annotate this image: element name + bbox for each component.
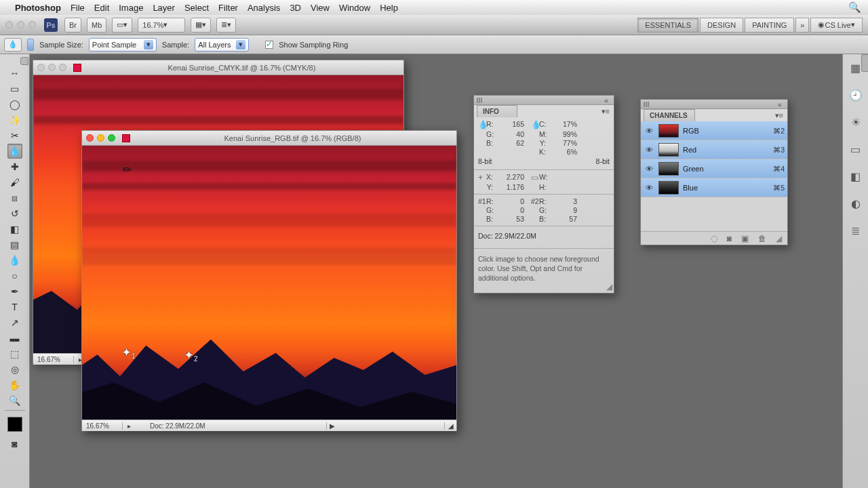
visibility-eye-icon[interactable]: 👁 [644,165,654,173]
menu-layer[interactable]: Layer [153,3,175,13]
info-tab[interactable]: INFO [477,105,517,117]
quickmask-icon[interactable]: ◙ [7,436,22,451]
channel-delete-icon[interactable]: 🗑 [758,234,766,243]
document-window-rgb[interactable]: Kenai Sunrise_RGB.tif @ 16.7% (RGB/8) ✎ … [81,130,457,431]
layers-dock-icon[interactable]: ≣ [849,224,863,237]
eyedropper-tool-icon[interactable]: 💧 [7,144,22,159]
zoom-window-icon[interactable] [108,134,115,142]
shape-tool-icon[interactable]: ▬ [7,331,22,346]
adjustments-dock-icon[interactable]: ◐ [849,197,863,210]
marquee-tool-icon[interactable]: ▭ [7,81,22,96]
statusbar-play-icon[interactable]: ▶ [326,422,338,430]
tool-preset-dropdown[interactable] [27,39,34,51]
arrange-button[interactable]: ▦▾ [191,18,211,33]
history-dock-icon[interactable]: 🕘 [849,88,863,102]
blur-tool-icon[interactable]: 💧 [7,253,22,268]
workspace-painting[interactable]: PAINTING [745,18,794,33]
show-sampling-ring-checkbox[interactable] [265,41,273,49]
menu-image[interactable]: Image [119,3,143,13]
extras-button[interactable]: ≣▾ [216,18,236,33]
workspace-area: ↔ ▭ ◯ ✨ ✂ 💧 ✚ 🖌 ⧇ ↺ ◧ ▤ 💧 ○ ✒ T ↗ ▬ ⬚ ◎ … [0,54,868,488]
menu-filter[interactable]: Filter [218,3,238,13]
camera-tool-icon[interactable]: ◎ [7,362,22,377]
tools-panel: ↔ ▭ ◯ ✨ ✂ 💧 ✚ 🖌 ⧇ ↺ ◧ ▤ 💧 ○ ✒ T ↗ ▬ ⬚ ◎ … [0,54,30,488]
tool-preset-eyedropper-icon[interactable]: 💧 [4,38,22,52]
channels-panel[interactable]: « CHANNELS▾≡ 👁RGB⌘2👁Red⌘3👁Green⌘4👁Blue⌘5… [640,99,788,245]
menu-window[interactable]: Window [339,3,370,13]
lasso-tool-icon[interactable]: ◯ [7,97,22,112]
resize-grip-icon[interactable]: ◢ [444,422,456,430]
eraser-tool-icon[interactable]: ◧ [7,222,22,237]
doc-cmyk-zoom[interactable]: 16.67% [33,356,74,363]
color-dock-icon[interactable]: ☀ [849,115,863,129]
spotlight-icon[interactable]: 🔍 [848,1,861,14]
color-sampler-1[interactable]: ✦1 [121,345,136,360]
stamp-tool-icon[interactable]: ⧇ [7,190,22,205]
pen-tool-icon[interactable]: ✒ [7,284,22,299]
channel-load-selection-icon[interactable]: ◌ [711,234,717,243]
visibility-eye-icon[interactable]: 👁 [644,184,654,192]
crop-tool-icon[interactable]: ✂ [7,128,22,143]
menu-analysis[interactable]: Analysis [248,3,280,13]
menu-select[interactable]: Select [184,3,209,13]
healing-tool-icon[interactable]: ✚ [7,159,22,174]
menu-file[interactable]: File [71,3,85,13]
swatches-dock-icon[interactable]: ▭ [849,142,863,156]
sample-select[interactable]: All Layers▾ [195,38,249,52]
minibridge-dock-icon[interactable]: ▦ [849,61,863,75]
workspace-more[interactable]: » [795,18,809,33]
dodge-tool-icon[interactable]: ○ [7,268,22,283]
screen-mode-button[interactable]: ▭▾ [112,18,132,33]
panel-collapse-icon[interactable]: « [775,100,785,108]
channel-save-selection-icon[interactable]: ◙ [727,234,732,243]
color-sampler-2[interactable]: ✦2 [184,348,198,363]
gradient-tool-icon[interactable]: ▤ [7,237,22,252]
channel-new-icon[interactable]: ▣ [741,234,749,243]
wand-tool-icon[interactable]: ✨ [7,113,22,127]
doc-cmyk-titlebar[interactable]: Kenai Sunrise_CMYK.tif @ 16.7% (CMYK/8) [33,60,403,75]
panel-menu-icon[interactable]: ▾≡ [775,111,783,120]
close-icon[interactable] [86,134,94,142]
doc-rgb-zoom[interactable]: 16.67% [82,422,123,430]
channel-row-blue[interactable]: 👁Blue⌘5 [641,178,787,197]
statusbar-arrow-icon[interactable]: ▸ [123,422,135,430]
info-panel[interactable]: « INFO▾≡ 💧R:165 💧C:17% G:40 M:99% B:62 Y… [473,95,614,293]
history-brush-icon[interactable]: ↺ [7,206,22,221]
styles-dock-icon[interactable]: ◧ [849,169,863,183]
doc-rgb-canvas[interactable]: ✎ ✦1 ✦2 [82,146,456,420]
cs-live-button[interactable]: ◉ CS Live▾ [810,18,863,33]
menu-3d[interactable]: 3D [290,3,301,13]
workspace-essentials[interactable]: ESSENTIALS [637,18,698,33]
app-name[interactable]: Photoshop [15,3,61,13]
minibridge-button[interactable]: Mb [87,18,106,33]
window-controls[interactable] [5,21,36,28]
menu-view[interactable]: View [311,3,330,13]
3d-tool-icon[interactable]: ⬚ [7,346,22,361]
hand-tool-icon[interactable]: ✋ [7,378,22,392]
panel-collapse-icon[interactable]: « [601,96,611,104]
channel-row-rgb[interactable]: 👁RGB⌘2 [641,121,787,140]
tools-collapse[interactable] [20,57,28,65]
brush-tool-icon[interactable]: 🖌 [7,175,22,190]
menu-edit[interactable]: Edit [94,3,109,13]
zoom-level-button[interactable]: 16.7% ▾ [138,18,185,33]
visibility-eye-icon[interactable]: 👁 [644,146,654,154]
bridge-button[interactable]: Br [64,18,81,33]
zoom-tool-icon[interactable]: 🔍 [7,393,22,408]
channel-row-green[interactable]: 👁Green⌘4 [641,159,787,178]
dock-handle-1[interactable] [861,54,868,72]
channels-tab[interactable]: CHANNELS [644,109,695,121]
menu-help[interactable]: Help [380,3,398,13]
foreground-color-swatch[interactable] [7,417,22,432]
sample-size-select[interactable]: Point Sample▾ [89,38,157,52]
type-tool-icon[interactable]: T [7,300,22,314]
panel-menu-icon[interactable]: ▾≡ [601,107,610,116]
workspace-design[interactable]: DESIGN [700,18,743,33]
move-tool-icon[interactable]: ↔ [7,66,22,81]
visibility-eye-icon[interactable]: 👁 [644,127,654,135]
path-tool-icon[interactable]: ↗ [7,315,22,330]
channel-row-red[interactable]: 👁Red⌘3 [641,140,787,159]
minimize-icon[interactable] [97,134,104,142]
resize-grip-icon[interactable]: ◢ [606,282,612,291]
doc-rgb-titlebar[interactable]: Kenai Sunrise_RGB.tif @ 16.7% (RGB/8) [82,131,456,146]
